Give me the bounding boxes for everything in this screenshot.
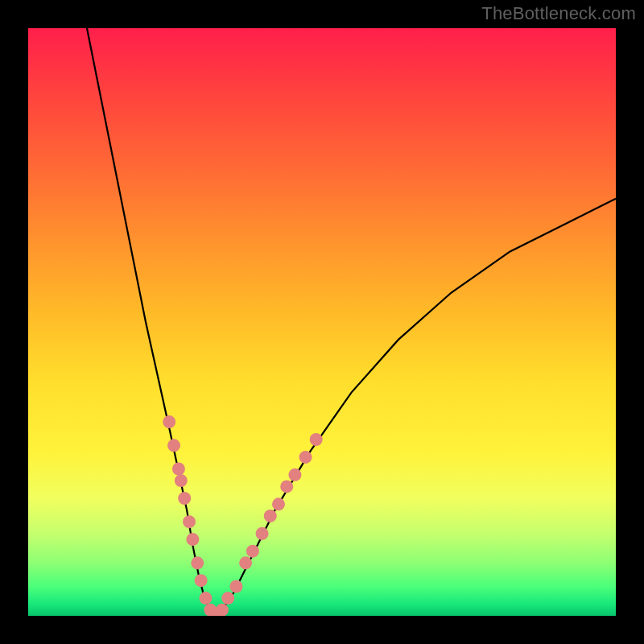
scatter-point (195, 574, 208, 587)
scatter-point (175, 474, 188, 487)
scatter-point (191, 556, 204, 569)
chart-svg (28, 28, 616, 616)
scatter-point (183, 515, 196, 528)
scatter-point (239, 556, 252, 569)
scatter-point (216, 604, 229, 616)
scatter-point (272, 497, 285, 510)
scatter-point (256, 527, 269, 540)
scatter-point (186, 533, 199, 546)
scatter-point (280, 480, 293, 493)
scatter-point (172, 463, 185, 476)
scatter-point (264, 510, 277, 522)
scatter-point (178, 492, 191, 505)
scatter-point (221, 592, 234, 605)
scatter-point (163, 415, 175, 428)
chart-frame: TheBottleneck.com (0, 0, 644, 644)
scatter-point (288, 469, 301, 481)
scatter-point (229, 580, 242, 593)
scatter-point (167, 439, 180, 452)
scatter-point (199, 592, 212, 605)
curve-path (87, 28, 616, 616)
watermark-text: TheBottleneck.com (481, 3, 636, 24)
scatter-point (310, 433, 323, 446)
scatter-point (299, 451, 312, 464)
scatter-point (246, 545, 259, 558)
plot-area (28, 28, 616, 616)
scatter-points (163, 415, 323, 616)
